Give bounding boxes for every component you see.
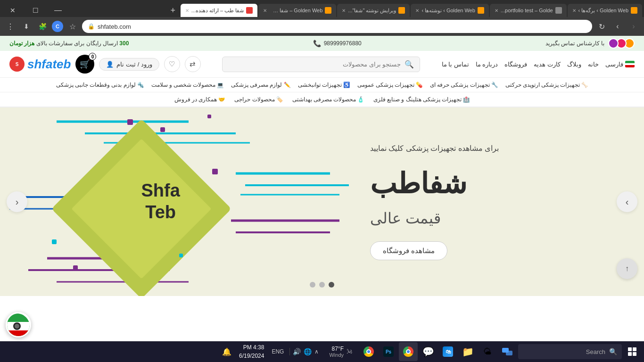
weather-widget[interactable]: 🌬 87°F Windy (325, 346, 356, 358)
tab-6-active[interactable]: شفا طب – ارائه دهنده... ✕ (181, 4, 258, 17)
extensions-icon[interactable]: 🧩 (36, 20, 49, 33)
tab-favicon-1 (631, 7, 637, 14)
settings-icon[interactable]: ⋮ (4, 20, 17, 33)
tab-title-1: Golden Web › برگه‌ها › (578, 8, 628, 14)
taskbar-app-photoshop[interactable]: Ps (379, 342, 398, 361)
nav-item-hygienic[interactable]: 🧴 محصولات مصرفی بهداشتی (288, 92, 369, 107)
nav-item-pro[interactable]: 🔧 تجهیزات پزشکی حرفه ای (426, 78, 502, 92)
notifications-button[interactable]: 🔔 (220, 345, 233, 358)
tab-close-3[interactable]: ✕ (415, 8, 419, 13)
nav-item-personal[interactable]: 💻 محصولات شخصی و سلامت (148, 78, 228, 92)
nav-icon-rehab: ♿ (343, 82, 350, 88)
nav-item-ortho[interactable]: 🦴 تجهیزات پزشکی ارتوپدی حرکتی (502, 78, 592, 92)
nav-label-partner: همکاری در فروش (174, 96, 217, 103)
tab-close-1[interactable]: ✕ (572, 8, 576, 13)
tray-expand[interactable]: ∧ (314, 348, 319, 355)
dot-2[interactable] (319, 282, 325, 288)
website-content: با کارشناس تماس بگیرید 989999976880 📞 30… (0, 36, 644, 296)
lang-text: فارسی (605, 61, 623, 68)
nav-label-consumable: لوازم مصرفی پزشکی (231, 82, 282, 88)
tab-3[interactable]: Golden Web › نوشته‌ها › ✕ (411, 4, 488, 17)
hero-cta-button[interactable]: مشاهده فروشگاه (370, 241, 447, 260)
taskbar-app-chrome[interactable] (399, 342, 418, 361)
logo[interactable]: S shfateb (9, 57, 71, 72)
nav-item-sale[interactable]: 🏷️ محصولات حراجی (230, 92, 287, 107)
tab-1[interactable]: Golden Web › برگه‌ها › ✕ (568, 4, 642, 17)
bookmark-icon[interactable]: ☆ (66, 20, 79, 33)
taskbar: 🔍 Search 🌤 📁 🛍 💬 Ps (0, 341, 644, 362)
window-maximize[interactable]: ☐ (25, 4, 46, 17)
nav-link-shop[interactable]: فروشگاه (504, 61, 527, 68)
profile-avatar[interactable]: C (52, 21, 63, 32)
hero-arrow-left[interactable]: ‹ (7, 191, 27, 212)
url-text: shfateb.com (98, 23, 586, 30)
cart-button[interactable]: 🛒 0 (75, 55, 94, 74)
taskbar-app-files[interactable]: 📁 (458, 342, 477, 361)
dot-1[interactable] (329, 282, 334, 288)
tab-close-4[interactable]: ✕ (342, 8, 346, 13)
taskbar-app-store[interactable]: 🛍 (438, 342, 457, 361)
nav-label-rehab: تجهیزات توانبخشی (298, 82, 342, 88)
nav-item-rehab[interactable]: ♿ تجهیزات توانبخشی (294, 78, 354, 92)
nav-item-partner[interactable]: 🤝 همکاری در فروش (170, 92, 230, 107)
global-flag[interactable] (6, 312, 31, 337)
search-box[interactable]: 🔍 (222, 57, 420, 72)
store-icon: 🛍 (443, 346, 453, 357)
lang-selector[interactable]: فارسی (605, 61, 635, 68)
nav-link-contact[interactable]: تماس با ما (442, 61, 469, 68)
login-button[interactable]: ورود / ثبت نام 👤 (99, 58, 159, 71)
wishlist-button[interactable]: ♡ (164, 56, 180, 72)
taskbar-app-taskview[interactable] (498, 342, 517, 361)
nav-item-general[interactable]: 💊 تجهیزات پزشکی عمومی (354, 78, 426, 92)
tab-close-6[interactable]: ✕ (185, 8, 189, 13)
taskview-icon (502, 348, 512, 355)
nav-icon-sale: 🏷️ (276, 96, 283, 103)
lang-indicator[interactable]: ENG (270, 348, 286, 355)
compare-button[interactable]: ⇄ (185, 56, 201, 72)
dot-3[interactable] (310, 282, 315, 288)
search-input[interactable] (228, 61, 401, 68)
nav-icon-hygienic: 🧴 (357, 96, 364, 103)
clock-date: 6/19/2024 (239, 352, 264, 360)
tab-close-2[interactable]: ✕ (495, 8, 498, 13)
floating-action-button[interactable]: ↑ (617, 258, 637, 279)
nav-label-hoteling: تجهیزات پزشکی هتلینگ و صنایع فلزی (373, 96, 462, 103)
volume-icon[interactable]: 🔊 (293, 348, 301, 355)
window-minimize[interactable]: — (47, 4, 69, 17)
tab-2[interactable]: portfolio test – Golde... ✕ (490, 4, 567, 17)
network-icon[interactable]: 🌐 (304, 348, 312, 355)
nav-item-hoteling[interactable]: 🏥 تجهیزات پزشکی هتلینگ و صنایع فلزی (369, 92, 474, 107)
tab-title-2: portfolio test – Golde... (501, 8, 553, 13)
nav-reload[interactable]: ↻ (595, 20, 608, 33)
start-button[interactable] (623, 343, 641, 361)
nav-link-blog[interactable]: وبلاگ (567, 61, 581, 68)
new-tab-button[interactable]: + (166, 4, 180, 17)
tab-5[interactable]: Golden Web – شفا طب ✕ (258, 4, 336, 17)
taskbar-app-widget[interactable]: 🌤 (478, 342, 497, 361)
nav-link-gift[interactable]: کارت هدیه (534, 61, 561, 68)
nav-back[interactable]: ‹ (627, 20, 640, 33)
taskbar-app-chrome2[interactable] (359, 342, 378, 361)
windows-logo-icon (628, 347, 636, 356)
clock-area[interactable]: 4:38 PM 6/19/2024 (237, 343, 266, 360)
hero-arrow-right[interactable]: › (617, 191, 637, 212)
window-close[interactable]: ✕ (2, 4, 24, 17)
tab-close-5[interactable]: ✕ (263, 8, 267, 13)
nav-item-consumable[interactable]: ✏️ لوازم مصرفی پزشکی (227, 78, 294, 92)
taskbar-search-bar[interactable]: 🔍 Search (518, 344, 622, 359)
logo-icon: S (9, 57, 25, 72)
brand-line2: Teb (141, 202, 180, 223)
search-submit-button[interactable]: 🔍 (405, 60, 414, 69)
tab-favicon-4 (398, 7, 405, 14)
nav-link-about[interactable]: درباره ما (476, 61, 498, 68)
download-icon[interactable]: ⬇ (20, 20, 33, 33)
nav-item-accessories[interactable]: 🔩 لوازم بدنی وقطعات جانبی پزشکی (52, 78, 148, 92)
nav-forward[interactable]: › (611, 20, 624, 33)
nav-link-home[interactable]: خانه (588, 61, 599, 68)
tab-4[interactable]: ویرایش نوشته "شفا"... ✕ (337, 4, 410, 17)
nav-icon-pro: 🔧 (491, 82, 498, 88)
taskbar-app-messages[interactable]: 💬 (419, 342, 438, 361)
address-bar[interactable]: 🔒 shfateb.com (82, 20, 592, 33)
svg-rect-16 (160, 127, 165, 132)
promo-currency: هزار تومان (9, 40, 34, 47)
